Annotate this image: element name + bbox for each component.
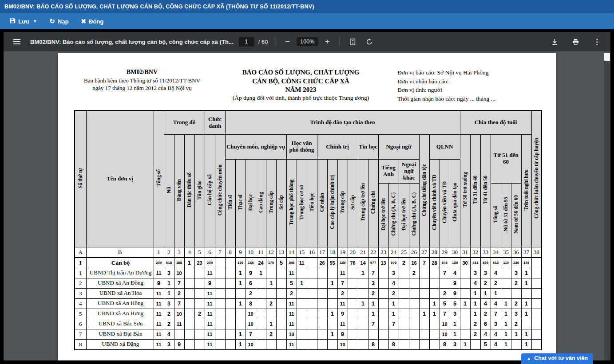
table-cell [184, 278, 194, 288]
table-cell [521, 319, 531, 329]
table-cell [307, 329, 317, 339]
table-cell [531, 319, 542, 329]
table-cell [327, 298, 337, 309]
table-cell: 1 [450, 329, 460, 339]
table-cell: 236 [511, 258, 521, 268]
column-number: B [86, 247, 154, 258]
column-number: 3 [174, 247, 184, 258]
table-cell: 3 [511, 268, 521, 278]
table-cell: 2 [266, 298, 276, 309]
table-cell [388, 329, 399, 339]
action-bar: Lưu ▼ ↻ Nạp ✖ Đóng [0, 13, 614, 29]
table-cell [531, 329, 542, 339]
table-cell: 1 [266, 319, 276, 329]
fit-page-button[interactable] [347, 38, 359, 46]
table-cell: 3 [388, 268, 399, 278]
col-tren-tuoi: Trên tuổi nghỉ hưu [524, 169, 529, 211]
group-trong-do: Trong đó [164, 110, 205, 134]
chat-label: Chat với tư vấn viên [534, 355, 588, 361]
report-table-header: Số thứ tự Tên đơn vị Tổng số Trong đó Ch… [75, 110, 542, 247]
table-cell: 1306 [246, 258, 256, 268]
column-number: 13 [276, 247, 286, 258]
table-cell: 170 [266, 258, 276, 268]
table-row: 8UBND xã Đặng1139111101110888315411 [75, 339, 542, 350]
table-cell: 846 [440, 258, 450, 268]
column-number: 10 [246, 247, 256, 258]
table-cell [256, 309, 266, 319]
table-cell [399, 288, 409, 298]
column-number: 15 [297, 247, 307, 258]
table-cell: 1 [388, 309, 399, 319]
table-cell [256, 319, 266, 329]
table-cell: 24 [256, 258, 266, 268]
table-cell: 9 [246, 268, 256, 278]
table-cell: 1 [480, 288, 491, 298]
more-options-icon[interactable]: ⋮ [590, 36, 603, 47]
col-luan-chuyen: Công chức luân chuyển từ cấp huyện [534, 138, 539, 219]
table-cell: 2 [266, 329, 276, 339]
scrollbar[interactable] [604, 51, 610, 360]
table-cell [317, 309, 327, 319]
table-cell [511, 288, 521, 298]
table-cell [399, 319, 409, 329]
zoom-in-button[interactable]: + [322, 37, 332, 46]
reload-button[interactable]: ↻ Nạp [45, 16, 73, 27]
table-cell [317, 329, 327, 339]
column-number: 14 [286, 247, 297, 258]
table-cell [348, 288, 358, 298]
table-cell [358, 339, 368, 350]
table-cell: 1 [521, 278, 531, 288]
unit-name: UBND xã An Hòa [86, 288, 154, 298]
table-cell [235, 319, 246, 329]
table-cell: 2 [194, 309, 205, 319]
row-index: 4 [75, 298, 86, 309]
save-label: Lưu [18, 18, 29, 25]
col-cb-cap-xa: Cán bộ cấp xã [207, 174, 213, 205]
rotate-button[interactable] [363, 38, 375, 46]
table-cell [215, 309, 225, 319]
table-cell: 2079 [205, 258, 215, 268]
menu-icon[interactable] [12, 36, 22, 47]
column-number: 24 [388, 247, 399, 258]
table-cell: 11 [286, 298, 297, 309]
table-cell: 11 [154, 268, 164, 278]
table-cell [399, 278, 409, 288]
unit-name: Cán bộ [86, 258, 154, 268]
close-button[interactable]: ✖ Đóng [76, 16, 108, 27]
table-cell: 977 [368, 258, 378, 268]
table-cell: 8 [388, 339, 399, 350]
scrollbar-thumb[interactable] [604, 53, 610, 61]
column-number: 33 [480, 247, 491, 258]
column-number: 21 [358, 247, 368, 258]
table-cell: 1 [235, 268, 246, 278]
table-cell: 10 [174, 268, 184, 278]
table-cell [276, 309, 286, 319]
table-cell: 2 [164, 319, 174, 329]
table-cell: 149 [521, 258, 531, 268]
table-cell: 2 [470, 319, 480, 329]
unit-name: UBND Thị trấn An Dương [86, 268, 154, 278]
column-number: 19 [337, 247, 348, 258]
zoom-out-button[interactable]: − [282, 37, 292, 46]
table-cell [307, 309, 317, 319]
group-tin-hoc: Tin học [358, 134, 378, 159]
save-button[interactable]: Lưu ▼ [5, 16, 41, 27]
col-tien-si: Tiến sĩ [228, 195, 233, 210]
page-number-input[interactable] [239, 37, 254, 47]
download-button[interactable] [549, 38, 561, 46]
chat-button[interactable]: ▲ Chat với tư vấn viên [521, 353, 593, 364]
table-cell: 11 [174, 319, 184, 329]
table-cell: 11 [337, 268, 348, 278]
table-cell: 1 [368, 309, 378, 319]
col-41-50: Từ 41 đến 50 [483, 176, 488, 204]
table-cell: 16 [409, 258, 419, 268]
table-cell [215, 298, 225, 309]
unit-name: UBND xã An Đồng [86, 278, 154, 288]
print-button[interactable] [570, 38, 582, 46]
table-cell [378, 268, 388, 278]
table-cell [399, 339, 409, 350]
col-5160-tong: Tổng số [493, 206, 499, 223]
table-cell [419, 298, 429, 309]
table-cell: 7 [368, 319, 378, 329]
table-cell [225, 309, 235, 319]
